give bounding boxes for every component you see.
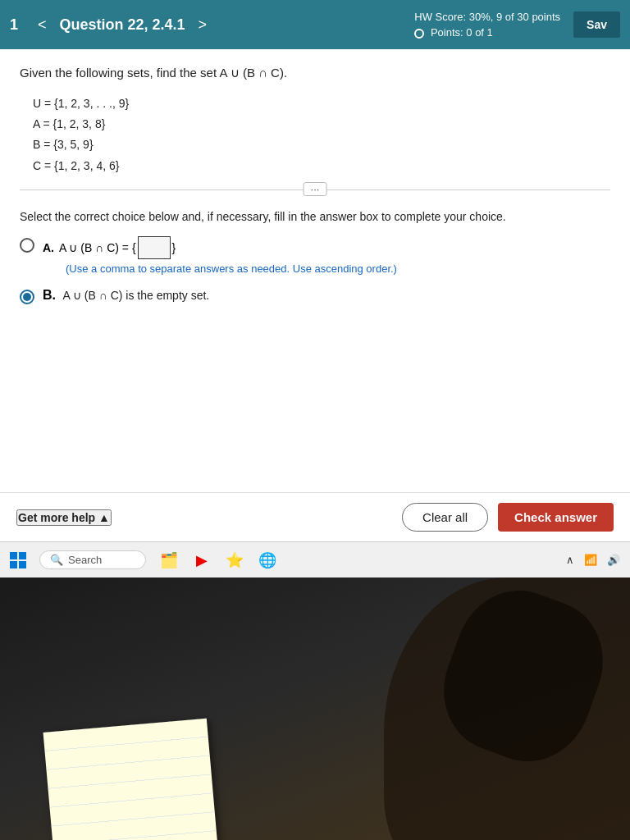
radio-choice-a[interactable]: [20, 238, 34, 253]
taskbar-app-edge[interactable]: 🌐: [258, 550, 277, 570]
win-square-1: [10, 552, 17, 559]
save-button[interactable]: Sav: [573, 11, 620, 38]
hw-score-block: HW Score: 30%, 9 of 30 points Points: 0 …: [414, 9, 560, 41]
choice-a-text-after: }: [172, 241, 176, 254]
choice-a-letter: A.: [43, 241, 54, 254]
chevron-up-icon: ∧: [566, 554, 574, 566]
wifi-icon: 📶: [584, 554, 597, 566]
choice-a-content: A. A ∪ (B ∩ C) = { } (Use a comma to sep…: [43, 236, 397, 275]
divider-dots: ···: [304, 182, 327, 196]
choice-b-letter: B.: [43, 288, 56, 302]
question-text: Given the following sets, find the set A…: [20, 66, 610, 80]
windows-icon[interactable]: [10, 552, 26, 568]
instruction-text: Select the correct choice below and, if …: [20, 210, 610, 223]
taskbar-app-store[interactable]: ⭐: [225, 550, 244, 570]
taskbar-system-icons: ∧ 📶 🔊: [566, 554, 620, 566]
choice-a-text-before: A ∪ (B ∩ C) = {: [59, 241, 136, 254]
set-c: C = {1, 2, 3, 4, 6}: [33, 156, 610, 176]
sets-block: U = {1, 2, 3, . . ., 9} A = {1, 2, 3, 8}…: [33, 94, 610, 176]
header: 1 < Question 22, 2.4.1 > HW Score: 30%, …: [0, 0, 630, 49]
win-square-4: [19, 561, 26, 568]
search-icon: 🔍: [50, 554, 63, 566]
get-more-help-button[interactable]: Get more help ▲: [16, 509, 112, 526]
taskbar-search[interactable]: 🔍 Search: [39, 550, 146, 569]
choice-b-block: B. A ∪ (B ∩ C) is the empty set.: [20, 288, 610, 304]
clear-all-button[interactable]: Clear all: [402, 503, 488, 532]
prev-button[interactable]: <: [31, 13, 53, 37]
set-a: A = {1, 2, 3, 8}: [33, 114, 610, 135]
question-title: Question 22, 2.4.1: [60, 16, 185, 34]
choice-a-inline: A. A ∪ (B ∩ C) = { }: [43, 236, 176, 259]
answer-input[interactable]: [138, 236, 171, 259]
choice-b-text: A ∪ (B ∩ C) is the empty set.: [62, 289, 209, 302]
taskbar-app-files[interactable]: 🗂️: [159, 550, 179, 570]
next-button[interactable]: >: [192, 13, 214, 37]
divider: ···: [20, 189, 610, 194]
radio-choice-b[interactable]: [20, 290, 34, 304]
win-square-2: [19, 552, 26, 559]
check-answer-button[interactable]: Check answer: [498, 503, 614, 532]
choice-a-hint: (Use a comma to separate answers as need…: [66, 262, 397, 275]
win-square-3: [10, 561, 17, 568]
bottom-actions: Clear all Check answer: [402, 503, 614, 532]
search-label: Search: [68, 554, 102, 566]
choice-a-block: A. A ∪ (B ∩ C) = { } (Use a comma to sep…: [20, 236, 610, 275]
choice-b-content: B. A ∪ (B ∩ C) is the empty set.: [43, 288, 209, 303]
points-text: Points: 0 of 1: [414, 25, 560, 41]
taskbar-app-meet[interactable]: ▶: [192, 550, 212, 570]
hw-score-text: HW Score: 30%, 9 of 30 points: [414, 9, 560, 25]
notepad: the given: [43, 719, 220, 840]
volume-icon: 🔊: [607, 554, 620, 566]
question-number: 1: [10, 16, 18, 34]
bottom-bar: Get more help ▲ Clear all Check answer: [0, 492, 630, 541]
main-content: Given the following sets, find the set A…: [0, 49, 630, 492]
photo-area: the given: [0, 578, 630, 840]
set-b: B = {3, 5, 9}: [33, 135, 610, 155]
set-u: U = {1, 2, 3, . . ., 9}: [33, 94, 610, 114]
taskbar: 🔍 Search 🗂️ ▶ ⭐ 🌐 ∧ 📶 🔊: [0, 541, 630, 578]
notepad-text: the given: [55, 744, 208, 840]
